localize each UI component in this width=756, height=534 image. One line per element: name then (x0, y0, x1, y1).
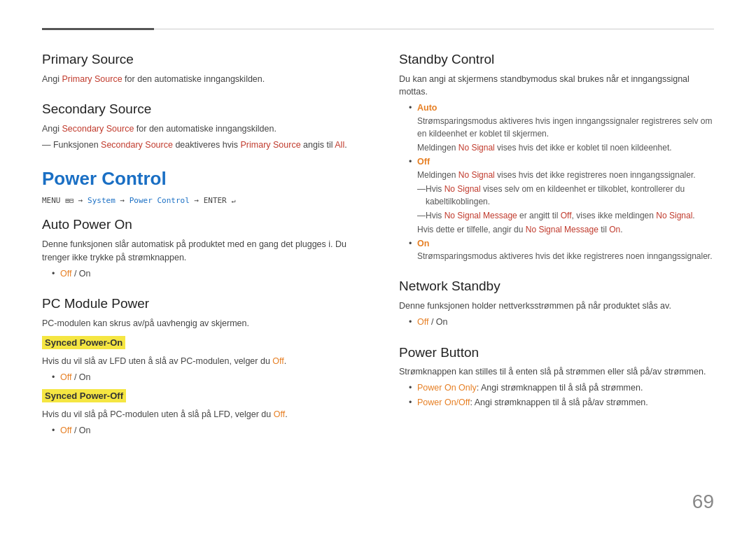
synced-power-off-bullet: Off / On (52, 424, 357, 437)
secondary-source-section: Secondary Source Angi Secondary Source f… (42, 101, 357, 151)
secondary-source-desc1: Angi Secondary Source for den automatisk… (42, 122, 357, 136)
primary-source-title: Primary Source (42, 51, 357, 69)
pc-module-power-title: PC Module Power (42, 295, 357, 313)
auto-power-on-bullet: Off / On (52, 267, 357, 281)
secondary-source-title: Secondary Source (42, 101, 357, 118)
auto-power-on-title: Auto Power On (42, 216, 357, 234)
synced-power-on-list: Off / On (52, 371, 357, 384)
primary-source-section: Primary Source Angi Primary Source for d… (42, 51, 357, 85)
power-button-list: Power On Only: Angi strømknappen til å s… (409, 381, 714, 409)
standby-on-desc: Strømsparingsmodus aktiveres hvis det ik… (417, 250, 714, 262)
right-column: Standby Control Du kan angi at skjermens… (399, 51, 714, 453)
standby-off-desc1: Meldingen No Signal vises hvis det ikke … (417, 169, 714, 181)
network-standby-title: Network Standby (399, 278, 714, 295)
standby-off-note3: Hvis dette er tilfelle, angir du No Sign… (417, 223, 714, 236)
power-button-section: Power Button Strømknappen kan stilles ti… (399, 344, 714, 409)
standby-auto-bullet: Auto Strømsparingsmodus aktiveres hvis i… (409, 101, 714, 154)
primary-source-desc: Angi Primary Source for den automatiske … (42, 73, 357, 86)
synced-power-off-list: Off / On (52, 424, 357, 437)
page-number: 69 (692, 491, 714, 513)
synced-power-on-label: Synced Power-On (42, 336, 125, 349)
standby-on-bullet: On Strømsparingsmodus aktiveres hvis det… (409, 237, 714, 263)
standby-auto-desc2: Meldingen No Signal vises hvis det ikke … (417, 141, 714, 154)
standby-bullet-list: Auto Strømsparingsmodus aktiveres hvis i… (409, 101, 714, 262)
power-control-title: Power Control (42, 167, 357, 191)
standby-control-section: Standby Control Du kan angi at skjermens… (399, 51, 714, 262)
synced-power-on-label-wrap: Synced Power-On (42, 336, 357, 352)
page: Primary Source Angi Primary Source for d… (0, 0, 756, 534)
synced-power-off-label-wrap: Synced Power-Off (42, 389, 357, 405)
network-standby-list: Off / On (409, 316, 714, 329)
network-standby-bullet: Off / On (409, 316, 714, 329)
pc-module-power-desc: PC-modulen kan skrus av/på uavhengig av … (42, 317, 357, 330)
secondary-source-desc2: — Funksjonen Secondary Source deaktivere… (42, 139, 357, 152)
standby-auto-desc1: Strømsparingsmodus aktiveres hvis ingen … (417, 115, 714, 140)
divider-thin (154, 29, 714, 29)
auto-power-on-section: Auto Power On Denne funksjonen slår auto… (42, 216, 357, 280)
standby-off-note2: — Hvis No Signal Message er angitt til O… (417, 209, 714, 222)
standby-control-desc: Du kan angi at skjermens standbymodus sk… (399, 73, 714, 99)
synced-power-off-label: Synced Power-Off (42, 389, 126, 402)
standby-off-bullet: Off Meldingen No Signal vises hvis det i… (409, 155, 714, 236)
power-button-bullet2: Power On/Off: Angi strømknappen til å sl… (409, 396, 714, 409)
power-button-title: Power Button (399, 344, 714, 362)
pc-module-power-section: PC Module Power PC-modulen kan skrus av/… (42, 295, 357, 437)
power-button-bullet1: Power On Only: Angi strømknappen til å s… (409, 381, 714, 395)
left-column: Primary Source Angi Primary Source for d… (42, 51, 357, 453)
standby-control-title: Standby Control (399, 51, 714, 69)
divider-thick (42, 28, 154, 30)
power-control-section: Power Control MENU ⊞⊟ → System → Power C… (42, 167, 357, 206)
content-columns: Primary Source Angi Primary Source for d… (42, 51, 714, 453)
synced-power-off-desc: Hvis du vil slå på PC-modulen uten å slå… (42, 408, 357, 421)
network-standby-desc: Denne funksjonen holder nettverksstrømme… (399, 300, 714, 313)
network-standby-section: Network Standby Denne funksjonen holder … (399, 278, 714, 328)
synced-power-on-desc: Hvis du vil slå av LFD uten å slå av PC-… (42, 355, 357, 368)
synced-power-on-bullet: Off / On (52, 371, 357, 384)
standby-off-note1: — Hvis No Signal vises selv om en kildee… (417, 183, 714, 208)
auto-power-on-list: Off / On (52, 267, 357, 281)
power-button-desc: Strømknappen kan stilles til å enten slå… (399, 365, 714, 379)
auto-power-on-desc: Denne funksjonen slår automatisk på prod… (42, 238, 357, 265)
menu-path: MENU ⊞⊟ → System → Power Control → ENTER… (42, 196, 357, 205)
top-divider (42, 28, 714, 30)
